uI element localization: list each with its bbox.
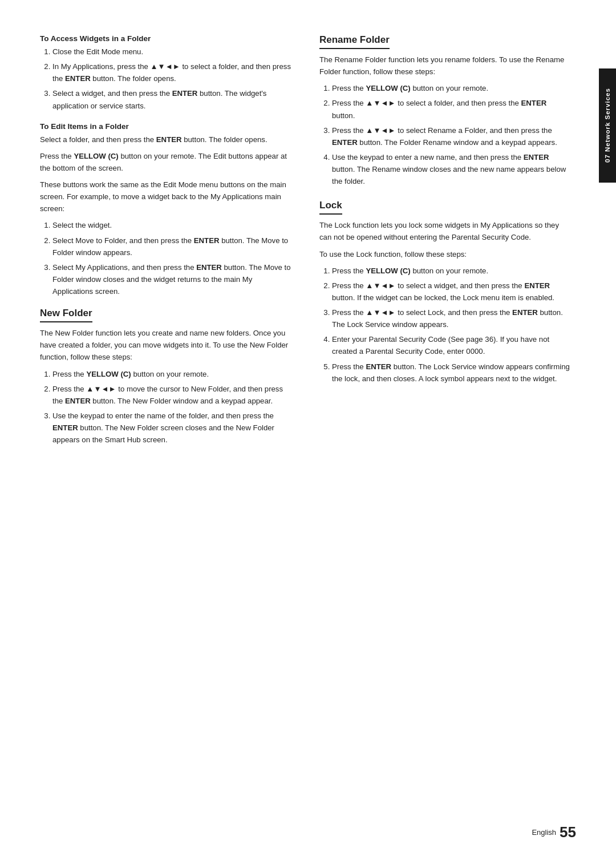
list-item: Select the widget. — [52, 219, 291, 231]
list-item: Select a widget, and then press the ENTE… — [52, 87, 291, 111]
list-item: Use the keypad to enter the name of the … — [52, 410, 291, 446]
side-tab-text: 07 Network Services — [604, 88, 611, 163]
list-item: Select Move to Folder, and then press th… — [52, 235, 291, 259]
rename-folder-heading: Rename Folder — [319, 34, 390, 49]
lock-section: Lock The Lock function lets you lock som… — [319, 200, 570, 385]
two-column-layout: To Access Widgets in a Folder Close the … — [40, 34, 576, 456]
list-item: Select My Applications, and then press t… — [52, 261, 291, 297]
list-item: Press the ▲▼◄► to select Lock, and then … — [332, 306, 570, 330]
list-item: Press the YELLOW (C) button on your remo… — [332, 265, 570, 277]
footer-lang: English — [532, 828, 556, 837]
footer-page: 55 — [560, 823, 576, 841]
edit-items-substeps: Select the widget. Select Move to Folder… — [40, 219, 291, 297]
left-column: To Access Widgets in a Folder Close the … — [40, 34, 291, 456]
right-column: Rename Folder The Rename Folder function… — [319, 34, 570, 456]
side-tab: 07 Network Services — [599, 68, 616, 183]
edit-items-p3: These buttons work the same as the Edit … — [40, 179, 291, 215]
edit-items-heading: To Edit Items in a Folder — [40, 122, 291, 131]
lock-steps: Press the YELLOW (C) button on your remo… — [319, 265, 570, 385]
access-widgets-section: To Access Widgets in a Folder Close the … — [40, 34, 291, 112]
new-folder-heading: New Folder — [40, 308, 92, 322]
list-item: Press the ▲▼◄► to select a folder, and t… — [332, 97, 570, 121]
rename-folder-steps: Press the YELLOW (C) button on your remo… — [319, 82, 570, 187]
rename-folder-section: Rename Folder The Rename Folder function… — [319, 34, 570, 187]
list-item: Press the YELLOW (C) button on your remo… — [332, 82, 570, 94]
list-item: Enter your Parental Security Code (See p… — [332, 333, 570, 357]
access-widgets-heading: To Access Widgets in a Folder — [40, 34, 291, 43]
new-folder-p1: The New Folder function lets you create … — [40, 327, 291, 363]
lock-heading: Lock — [319, 200, 342, 215]
list-item: In My Applications, press the ▲▼◄► to se… — [52, 60, 291, 84]
rename-folder-p1: The Rename Folder function lets you rena… — [319, 54, 570, 78]
edit-items-p1: Select a folder, and then press the ENTE… — [40, 134, 291, 146]
list-item: Press the ▲▼◄► to select a widget, and t… — [332, 280, 570, 304]
list-item: Use the keypad to enter a new name, and … — [332, 151, 570, 187]
list-item: Press the ▲▼◄► to move the cursor to New… — [52, 383, 291, 407]
new-folder-section: New Folder The New Folder function lets … — [40, 308, 291, 446]
list-item: Close the Edit Mode menu. — [52, 46, 291, 58]
new-folder-steps: Press the YELLOW (C) button on your remo… — [40, 368, 291, 446]
list-item: Press the ▲▼◄► to select Rename a Folder… — [332, 124, 570, 148]
page-container: 07 Network Services To Access Widgets in… — [0, 0, 616, 864]
footer: English 55 — [532, 823, 576, 841]
edit-items-section: To Edit Items in a Folder Select a folde… — [40, 122, 291, 298]
list-item: Press the ENTER button. The Lock Service… — [332, 361, 570, 385]
edit-items-p2: Press the YELLOW (C) button on your remo… — [40, 150, 291, 174]
lock-p1: The Lock function lets you lock some wid… — [319, 219, 570, 243]
lock-p2: To use the Lock function, follow these s… — [319, 248, 570, 260]
list-item: Press the YELLOW (C) button on your remo… — [52, 368, 291, 380]
access-widgets-steps: Close the Edit Mode menu. In My Applicat… — [40, 46, 291, 112]
